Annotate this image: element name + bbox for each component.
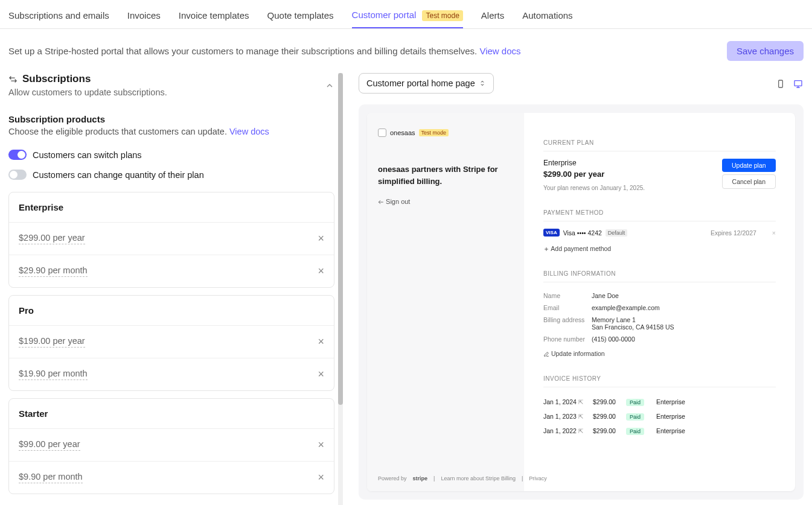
invoice-date: Jan 1, 2022⇱ [543,427,593,434]
tab-subscriptions-emails[interactable]: Subscriptions and emails [8,7,109,28]
add-payment-method-link[interactable]: Add payment method [543,245,776,252]
selector-icon [479,80,486,87]
tab-quote-templates[interactable]: Quote templates [267,7,334,28]
learn-more-link[interactable]: Learn more about Stripe Billing [441,475,516,481]
toggle-switch-plans[interactable] [8,150,27,160]
section-title-text: Subscriptions [22,73,91,85]
tab-invoices[interactable]: Invoices [127,7,161,28]
price-row: $29.90 per month× [9,255,334,287]
plan-price: $299.00 per year [543,170,645,179]
price-value: $299.00 per year [19,233,85,244]
preview-selector-label: Customer portal home page [366,78,475,88]
sign-out-icon [378,199,384,205]
bi-address-value: Memory Lane 1San Francisco, CA 94158 US [592,316,674,331]
portal-logo: onesaas Test mode [378,129,513,137]
invoice-amount: $299.00 [593,398,626,405]
invoice-amount: $299.00 [593,427,626,434]
invoice-row[interactable]: Jan 1, 2024⇱$299.00PaidEnterprise [543,395,776,409]
remove-price-icon[interactable]: × [318,232,324,245]
scrollbar-thumb[interactable] [338,73,343,405]
subscription-products-desc: Choose the eligible products that custom… [8,127,334,136]
invoice-row[interactable]: Jan 1, 2022⇱$299.00PaidEnterprise [543,424,776,438]
invoice-status-badge: Paid [626,399,644,406]
invoice-plan: Enterprise [656,398,685,405]
remove-price-icon[interactable]: × [318,265,324,278]
current-plan-heading: CURRENT PLAN [543,139,776,151]
plan-renew-text: Your plan renews on January 1, 2025. [543,185,645,191]
invoice-amount: $299.00 [593,413,626,420]
device-mobile-icon[interactable] [776,78,785,88]
remove-price-icon[interactable]: × [318,335,324,348]
bi-name-label: Name [543,292,592,299]
preview-page-selector[interactable]: Customer portal home page [359,73,494,94]
toggle-change-quantity-label: Customers can change quantity of their p… [33,170,204,180]
save-changes-button[interactable]: Save changes [727,41,804,61]
default-badge: Default [606,229,628,237]
update-plan-button[interactable]: Update plan [722,159,776,172]
swap-icon [8,73,18,85]
bi-email-value: example@example.com [592,304,660,311]
remove-card-icon[interactable]: × [772,229,776,237]
product-name: Pro [9,296,334,325]
toggle-change-quantity[interactable] [8,170,27,180]
edit-icon [543,351,549,357]
powered-by-label: Powered by [378,475,407,481]
description-text: Set up a Stripe-hosted portal that allow… [8,46,477,56]
logo-name: onesaas [390,129,415,136]
page-description: Set up a Stripe-hosted portal that allow… [8,46,521,56]
invoice-history-heading: INVOICE HISTORY [543,375,776,387]
remove-price-icon[interactable]: × [318,439,324,451]
product-name: Starter [9,399,334,428]
invoice-date: Jan 1, 2024⇱ [543,398,593,405]
device-desktop-icon[interactable] [793,78,804,88]
update-info-link[interactable]: Update information [543,350,776,357]
test-mode-badge: Test mode [422,10,462,21]
invoice-status-badge: Paid [626,428,644,435]
sign-out-link[interactable]: Sign out [378,198,513,205]
price-row: $9.90 per month× [9,461,334,494]
section-title: Subscriptions [8,73,167,85]
scrollbar[interactable] [338,73,343,505]
price-row: $19.90 per month× [9,358,334,390]
privacy-link[interactable]: Privacy [529,475,547,481]
price-value: $199.00 per year [19,336,85,348]
price-value: $9.90 per month [19,472,83,483]
remove-price-icon[interactable]: × [318,471,324,484]
logo-icon [378,129,386,137]
plus-icon [543,246,549,252]
price-value: $19.90 per month [19,369,88,380]
tab-alerts[interactable]: Alerts [481,7,504,28]
bi-phone-label: Phone number [543,335,592,343]
collapse-icon[interactable] [325,73,334,91]
invoice-plan: Enterprise [656,413,685,420]
billing-info-heading: BILLING INFORMATION [543,270,776,282]
price-row: $199.00 per year× [9,325,334,358]
external-link-icon: ⇱ [578,413,583,420]
cancel-plan-button[interactable]: Cancel plan [722,174,776,189]
invoice-status-badge: Paid [626,413,644,421]
tab-automations[interactable]: Automations [522,7,572,28]
tab-customer-portal[interactable]: Customer portal Test mode [352,6,463,28]
price-value: $29.90 per month [19,265,88,277]
view-docs-link[interactable]: View docs [479,46,520,56]
bi-address-label: Billing address [543,316,592,331]
tab-invoice-templates[interactable]: Invoice templates [179,7,249,28]
external-link-icon: ⇱ [578,399,583,405]
payment-method-heading: PAYMENT METHOD [543,209,776,221]
plan-name: Enterprise [543,159,645,167]
external-link-icon: ⇱ [578,428,583,434]
invoice-row[interactable]: Jan 1, 2023⇱$299.00PaidEnterprise [543,409,776,424]
stripe-logo-text: stripe [413,475,428,481]
remove-price-icon[interactable]: × [318,368,324,381]
svg-rect-0 [779,80,783,87]
product-card: Enterprise$299.00 per year×$29.90 per mo… [8,192,334,288]
bi-phone-value: (415) 000-0000 [592,335,635,343]
products-docs-link[interactable]: View docs [229,127,269,136]
card-expiry: Expires 12/2027 [711,229,756,237]
invoice-date: Jan 1, 2023⇱ [543,413,593,420]
toggle-switch-plans-label: Customers can switch plans [33,150,142,160]
subscription-products-title: Subscription products [8,114,334,124]
invoice-plan: Enterprise [656,427,685,434]
card-number: Visa •••• 4242 [563,229,602,237]
product-card: Pro$199.00 per year×$19.90 per month× [8,295,334,391]
